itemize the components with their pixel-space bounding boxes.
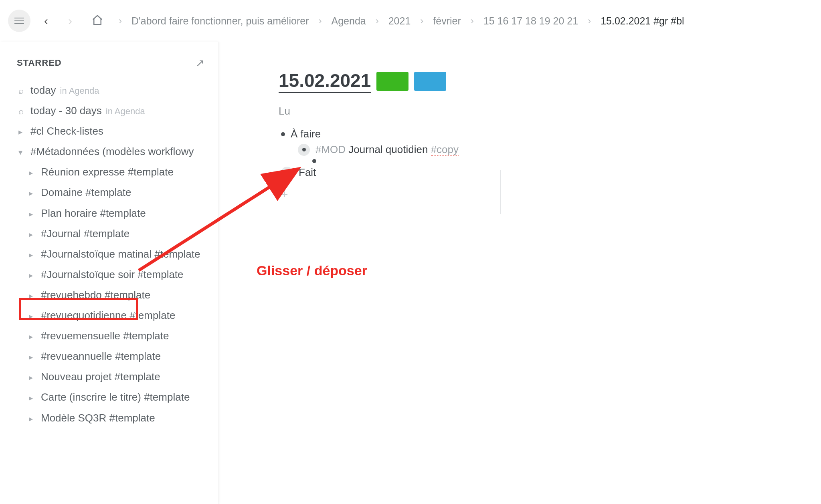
sidebar-item-nouveau-projet[interactable]: Nouveau projet #template: [17, 367, 211, 387]
triangle-down-icon: [18, 147, 26, 158]
breadcrumb-link[interactable]: D'abord faire fonctionner, puis améliore…: [131, 15, 309, 27]
triangle-right-icon: [29, 250, 37, 260]
sidebar-item-carte[interactable]: Carte (inscrire le titre) #template: [17, 387, 211, 407]
sidebar-item-label: #revuequotidienne #template: [41, 308, 175, 323]
sidebar: ↗ STARRED ⌕ today in Agenda ⌕ today - 30…: [0, 42, 218, 504]
sidebar-item-sublabel: in Agenda: [106, 105, 145, 117]
triangle-right-icon: [29, 229, 37, 240]
outline-item-done[interactable]: Fait: [279, 165, 821, 180]
sidebar-item-label: #Journalstoïque soir #template: [41, 268, 184, 282]
triangle-right-icon: [29, 413, 37, 424]
search-icon: ⌕: [18, 85, 26, 97]
chevron-right-icon: ›: [585, 15, 593, 26]
triangle-right-icon: [29, 270, 37, 281]
outline-tag: #MOD: [315, 143, 346, 155]
outline-text: Journal quotidien: [348, 143, 428, 155]
triangle-right-icon: [29, 290, 37, 301]
sidebar-item-journal-stoique-matinal[interactable]: #Journalstoïque matinal #template: [17, 244, 211, 264]
expand-icon[interactable]: ↗: [196, 57, 204, 69]
bullet-icon: [312, 159, 316, 163]
sidebar-item-metadonnees[interactable]: #Métadonnées (modèles workflowy: [17, 141, 211, 162]
page-subtitle: Lu: [279, 105, 821, 117]
sidebar-item-label: Nouveau projet #template: [41, 370, 160, 384]
sidebar-item-journal-stoique-soir[interactable]: #Journalstoïque soir #template: [17, 264, 211, 285]
chevron-right-icon: ›: [373, 15, 381, 26]
sidebar-item-label: #revuemensuelle #template: [41, 329, 169, 343]
sidebar-item-sq3r[interactable]: Modèle SQ3R #template: [17, 408, 211, 428]
sidebar-item-label: #Journal #template: [41, 227, 129, 241]
breadcrumb-link[interactable]: février: [433, 15, 461, 27]
breadcrumb-current[interactable]: 15.02.2021 #gr #bl: [601, 15, 684, 27]
outline-item-todo[interactable]: À faire: [279, 126, 821, 142]
sidebar-search-today[interactable]: ⌕ today in Agenda: [17, 80, 211, 101]
outline-label: Fait: [299, 166, 316, 179]
sidebar-item-domaine[interactable]: Domaine #template: [17, 182, 211, 203]
outline-label: À faire: [291, 128, 321, 140]
layout: ↗ STARRED ⌕ today in Agenda ⌕ today - 30…: [0, 42, 821, 504]
chevron-right-icon: ›: [316, 15, 324, 26]
sidebar-item-revuemensuelle[interactable]: #revuemensuelle #template: [17, 326, 211, 346]
add-item-button[interactable]: +: [281, 187, 821, 201]
outline-item-mod-journal[interactable]: #MOD Journal quotidien #copy: [279, 142, 821, 157]
breadcrumb-link[interactable]: 15 16 17 18 19 20 21: [483, 15, 578, 27]
triangle-right-icon: [29, 167, 37, 178]
title-row: 15.02.2021: [279, 70, 821, 93]
home-icon: [91, 14, 103, 26]
sidebar-item-revuequotidienne[interactable]: #revuequotidienne #template: [17, 305, 211, 326]
sidebar-item-label: Réunion expresse #template: [41, 165, 174, 179]
search-icon: ⌕: [18, 105, 26, 117]
home-button[interactable]: [86, 14, 109, 28]
hamburger-button[interactable]: [8, 10, 30, 32]
sidebar-item-reunion[interactable]: Réunion expresse #template: [17, 162, 211, 182]
nav-back-button[interactable]: ‹: [38, 14, 55, 28]
sidebar-item-label: #revueannuelle #template: [41, 349, 161, 363]
topbar: ‹ › › D'abord faire fonctionner, puis am…: [0, 0, 821, 42]
sidebar-item-label: Carte (inscrire le titre) #template: [41, 390, 190, 404]
annotation-label: Glisser / déposer: [257, 263, 367, 278]
sidebar-item-label: today: [30, 83, 56, 97]
triangle-right-icon: [29, 209, 37, 220]
triangle-right-icon: [29, 311, 37, 322]
sidebar-item-label: Domaine #template: [41, 185, 131, 200]
sidebar-item-journal[interactable]: #Journal #template: [17, 224, 211, 244]
bullet-halo-icon: [281, 167, 293, 179]
outline-copy-tag: #copy: [431, 143, 459, 156]
sidebar-item-label: Modèle SQ3R #template: [41, 411, 155, 425]
triangle-right-icon: [29, 331, 37, 342]
triangle-right-icon: [29, 393, 37, 403]
chevron-right-icon: ›: [418, 15, 426, 26]
sidebar-item-revueannuelle[interactable]: #revueannuelle #template: [17, 346, 211, 367]
sidebar-item-label: today - 30 days: [30, 104, 102, 118]
bullet-icon: [281, 132, 285, 136]
outline: À faire #MOD Journal quotidien #copy Fai…: [279, 126, 821, 201]
bullet-halo-icon: [298, 144, 310, 156]
sidebar-item-revuehebdo[interactable]: #revuehebdo #template: [17, 285, 211, 305]
sidebar-item-label: #revuehebdo #template: [41, 288, 150, 302]
sidebar-item-label: Plan horaire #template: [41, 206, 146, 220]
breadcrumb-link[interactable]: Agenda: [332, 15, 366, 27]
sidebar-item-label: #Journalstoïque matinal #template: [41, 247, 200, 261]
triangle-right-icon: [29, 372, 37, 383]
sidebar-search-today-30[interactable]: ⌕ today - 30 days in Agenda: [17, 101, 211, 121]
breadcrumb-link[interactable]: 2021: [388, 15, 411, 27]
chevron-right-icon: ›: [468, 15, 476, 26]
page-title[interactable]: 15.02.2021: [279, 70, 371, 93]
triangle-right-icon: [29, 352, 37, 363]
outline-item-empty[interactable]: [279, 157, 821, 165]
outline-tree-line: [500, 170, 501, 214]
nav-forward-button[interactable]: ›: [62, 14, 79, 28]
sidebar-item-label: #cl Check-listes: [30, 124, 103, 138]
hamburger-icon: [14, 20, 24, 21]
sidebar-item-checklists[interactable]: #cl Check-listes: [17, 121, 211, 141]
triangle-right-icon: [18, 127, 26, 137]
sidebar-section-title: STARRED: [17, 58, 211, 68]
sidebar-item-plan-horaire[interactable]: Plan horaire #template: [17, 203, 211, 224]
tag-swatch-green[interactable]: [376, 72, 408, 91]
triangle-right-icon: [29, 188, 37, 199]
sidebar-item-label: #Métadonnées (modèles workflowy: [30, 145, 194, 159]
sidebar-item-sublabel: in Agenda: [60, 85, 99, 97]
chevron-right-icon: ›: [116, 15, 124, 26]
tag-swatch-blue[interactable]: [414, 72, 446, 91]
